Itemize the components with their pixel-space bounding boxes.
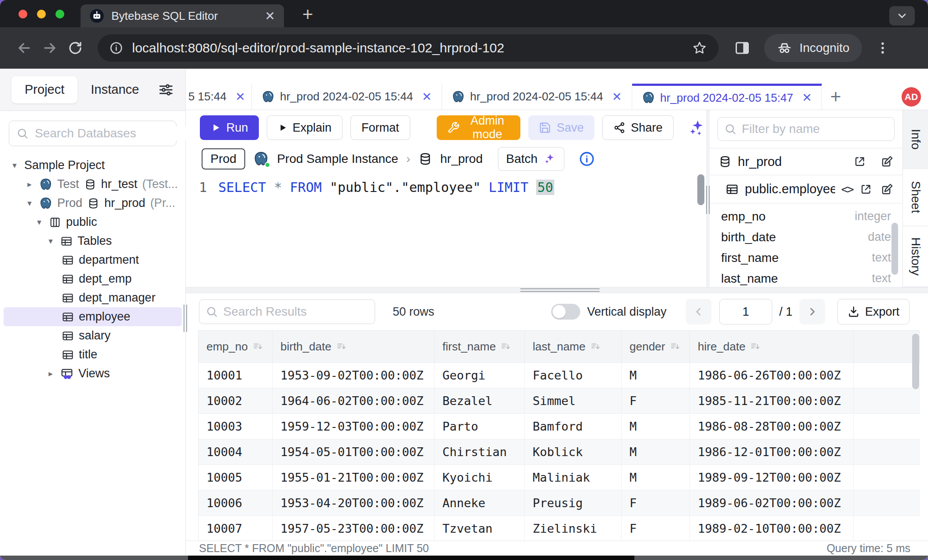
cell-first-name[interactable]: Anneke [435, 490, 525, 516]
browser-menu-button[interactable] [875, 41, 890, 55]
cell-birth-date[interactable]: 1953-04-20T00:00:00Z [273, 490, 435, 516]
caret-down-icon[interactable]: ▾ [25, 198, 34, 208]
sort-icon[interactable] [590, 341, 601, 352]
column-row[interactable]: birth_date date [710, 227, 902, 247]
cell-emp-no[interactable]: 10006 [199, 490, 273, 516]
schema-table-row[interactable]: public.employee <> [710, 175, 902, 203]
table-row[interactable]: 10007 1957-05-23T00:00:00Z Tzvetan Zieli… [199, 516, 920, 541]
cell-gender[interactable]: M [622, 465, 690, 490]
close-icon[interactable]: ✕ [802, 91, 812, 105]
splitter-grip[interactable] [520, 288, 600, 292]
schema-database-row[interactable]: hr_prod [710, 148, 902, 175]
filter-by-name-input[interactable] [742, 122, 888, 136]
tree-item-views-group[interactable]: ▸ Views [0, 364, 185, 383]
sidebar-resize-handle[interactable] [184, 305, 187, 332]
prev-page-button[interactable] [686, 299, 711, 324]
search-databases-input[interactable] [35, 126, 194, 140]
column-header[interactable]: emp_no [199, 331, 273, 362]
tab-search-button[interactable] [889, 6, 915, 26]
tree-item-tables-group[interactable]: ▾ Tables [0, 232, 185, 251]
cell-hire-date[interactable]: 1985-11-21T00:00:00Z [690, 388, 854, 413]
run-button[interactable]: Run [200, 115, 259, 140]
vertical-splitter[interactable] [706, 110, 710, 287]
close-icon[interactable]: ✕ [612, 90, 622, 104]
cell-last-name[interactable]: Zielinski [525, 516, 622, 541]
splitter-grip[interactable] [706, 186, 710, 214]
tree-item-table-employee[interactable]: employee [4, 307, 182, 326]
edit-icon[interactable] [880, 155, 894, 168]
cell-first-name[interactable]: Chirstian [435, 439, 525, 464]
tree-item-table-dept-manager[interactable]: dept_manager [0, 288, 185, 307]
filter-sliders-icon[interactable] [158, 82, 174, 98]
column-header[interactable]: last_name [525, 331, 622, 362]
column-header[interactable]: birth_date [273, 331, 435, 362]
tree-item-table-title[interactable]: title [0, 345, 185, 364]
cell-gender[interactable]: M [622, 439, 690, 464]
explain-button[interactable]: Explain [267, 115, 343, 140]
reload-button[interactable] [63, 35, 88, 61]
new-sheet-button[interactable]: + [822, 84, 849, 110]
horizontal-scrollbar-thumb[interactable] [188, 556, 634, 560]
caret-right-icon[interactable]: ▸ [25, 179, 34, 189]
cell-gender[interactable]: F [622, 516, 690, 541]
horizontal-splitter[interactable] [186, 287, 928, 293]
schema-filter[interactable] [718, 117, 895, 141]
tree-item-schema-public[interactable]: ▾ public [0, 213, 185, 232]
external-link-icon[interactable] [859, 183, 873, 196]
sort-icon[interactable] [336, 341, 347, 352]
column-header[interactable]: gender [622, 331, 690, 362]
new-tab-button[interactable]: + [298, 4, 318, 25]
sort-icon[interactable] [500, 341, 512, 352]
table-row[interactable]: 10004 1954-05-01T00:00:00Z Chirstian Kob… [199, 439, 920, 465]
tree-item-project[interactable]: ▾ Sample Project [0, 156, 185, 175]
table-row[interactable]: 10005 1955-01-21T00:00:00Z Kyoichi Malin… [199, 465, 920, 490]
tab-instance[interactable]: Instance [77, 76, 152, 103]
tree-item-table-salary[interactable]: salary [0, 326, 185, 345]
cell-gender[interactable]: M [622, 414, 690, 439]
sort-icon[interactable] [670, 341, 681, 352]
cell-last-name[interactable]: Simmel [525, 388, 622, 413]
cell-emp-no[interactable]: 10005 [199, 465, 273, 490]
editor-tab-1[interactable]: hr_prod 2024-02-05 15:44 ✕ [252, 84, 442, 110]
site-info-icon[interactable] [109, 41, 123, 55]
cell-gender[interactable]: F [622, 490, 690, 516]
cell-last-name[interactable]: Facello [525, 363, 622, 388]
cell-emp-no[interactable]: 10007 [199, 516, 273, 541]
minimize-window-button[interactable] [37, 10, 46, 18]
tab-sheet[interactable]: Sheet [903, 169, 928, 226]
environment-chip[interactable]: Prod [202, 148, 245, 169]
table-row[interactable]: 10006 1953-04-20T00:00:00Z Anneke Preusi… [199, 490, 920, 516]
editor-tab-2[interactable]: hr_prod 2024-02-05 15:44 ✕ [442, 84, 632, 110]
cell-birth-date[interactable]: 1957-05-23T00:00:00Z [273, 516, 435, 541]
sql-code-editor[interactable]: 1 SELECT * FROM "public"."employee" LIMI… [186, 173, 706, 287]
ai-sparkle-icon[interactable] [687, 118, 706, 137]
code-icon[interactable]: <> [841, 183, 853, 196]
share-button[interactable]: Share [602, 115, 674, 140]
database-search[interactable] [9, 121, 177, 146]
maximize-window-button[interactable] [55, 10, 64, 18]
avatar[interactable]: AD [902, 87, 921, 107]
results-scrollbar[interactable] [912, 334, 919, 389]
cell-emp-no[interactable]: 10002 [199, 388, 273, 413]
close-icon[interactable]: ✕ [422, 90, 432, 104]
editor-tab-3-active[interactable]: hr_prod 2024-02-05 15:47 ✕ [632, 84, 822, 110]
sort-icon[interactable] [252, 341, 264, 352]
tab-close-icon[interactable]: ✕ [265, 9, 275, 23]
table-row[interactable]: 10003 1959-12-03T00:00:00Z Parto Bamford… [199, 414, 920, 439]
column-row[interactable]: last_name text [710, 268, 902, 287]
format-button[interactable]: Format [350, 115, 410, 140]
edit-icon[interactable] [880, 183, 894, 196]
cell-last-name[interactable]: Koblick [525, 439, 622, 464]
bookmark-star-icon[interactable] [692, 41, 707, 55]
tree-item-hr-test[interactable]: ▸ Test hr_test (Test... [0, 175, 185, 194]
cell-birth-date[interactable]: 1953-09-02T00:00:00Z [273, 363, 435, 388]
batch-button[interactable]: Batch [498, 147, 565, 171]
cell-last-name[interactable]: Preusig [525, 490, 622, 516]
cell-first-name[interactable]: Georgi [435, 363, 525, 388]
column-header[interactable]: hire_date [690, 331, 854, 362]
table-row[interactable]: 10001 1953-09-02T00:00:00Z Georgi Facell… [199, 363, 920, 388]
cell-hire-date[interactable]: 1986-08-28T00:00:00Z [690, 414, 854, 439]
cell-birth-date[interactable]: 1964-06-02T00:00:00Z [273, 388, 435, 413]
caret-down-icon[interactable]: ▾ [34, 217, 44, 227]
cell-gender[interactable]: M [622, 363, 690, 388]
